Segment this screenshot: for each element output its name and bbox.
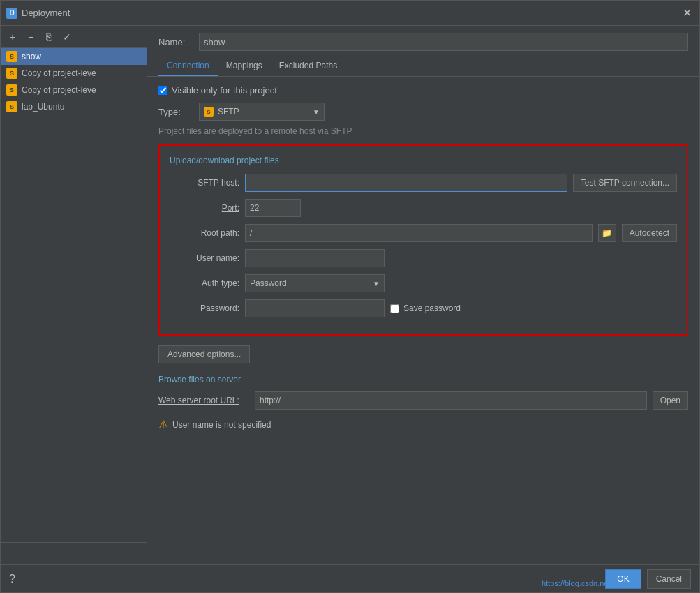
visible-label: Visible only for this project	[172, 85, 277, 96]
close-button[interactable]: ✕	[680, 6, 694, 20]
upload-section: Upload/download project files SFTP host:…	[158, 144, 688, 336]
name-label: Name:	[158, 37, 193, 47]
username-input[interactable]	[245, 249, 385, 267]
advanced-options-button[interactable]: Advanced options...	[158, 345, 250, 363]
password-row: Password: Save password	[170, 299, 677, 317]
password-label: Password:	[170, 303, 239, 313]
root-path-input[interactable]	[245, 224, 593, 242]
autodetect-button[interactable]: Autodetect	[622, 224, 677, 242]
sftp-icon-copy2: S	[6, 84, 17, 96]
visible-checkbox-row: Visible only for this project	[158, 85, 688, 96]
port-input[interactable]	[245, 199, 301, 217]
window-footer: ? OK Cancel	[1, 564, 699, 592]
username-row: User name:	[170, 249, 677, 267]
warning-text: User name is not specified	[172, 420, 271, 430]
sidebar-toolbar: + − ⎘ ✓	[1, 26, 147, 48]
sidebar-items: S show S Copy of project-leve S Copy of …	[1, 48, 147, 542]
password-input[interactable]	[245, 299, 385, 317]
deployment-window: D Deployment ✕ + − ⎘ ✓ S show S Copy of …	[0, 0, 700, 593]
app-icon: D	[6, 8, 17, 19]
sftp-type-icon: S	[204, 107, 214, 117]
sidebar-item-copy2[interactable]: S Copy of project-leve	[1, 82, 147, 98]
warning-icon: ⚠	[158, 418, 168, 431]
sidebar-item-label-show: show	[22, 52, 41, 61]
sftp-icon-copy1: S	[6, 68, 17, 79]
name-input[interactable]	[199, 33, 688, 51]
remove-button[interactable]: −	[23, 29, 38, 45]
sidebar-item-lab[interactable]: S lab_Ubuntu	[1, 98, 147, 115]
root-path-label: Root path:	[170, 228, 239, 238]
username-label: User name:	[170, 253, 239, 263]
auth-type-label: Auth type:	[170, 278, 239, 288]
sftp-host-row: SFTP host: Test SFTP connection...	[170, 174, 677, 192]
port-row: Port:	[170, 199, 677, 217]
type-select-text: SFTP	[218, 107, 308, 117]
type-select[interactable]: S SFTP ▼	[199, 103, 325, 121]
add-button[interactable]: +	[5, 29, 20, 45]
auth-type-row: Auth type: Password ▼	[170, 274, 677, 292]
tab-excluded-paths[interactable]: Excluded Paths	[271, 57, 345, 76]
warning-row: ⚠ User name is not specified	[158, 418, 688, 431]
auth-type-arrow-icon: ▼	[373, 280, 380, 287]
browse-section-title: Browse files on server	[158, 375, 688, 384]
sftp-icon-show: S	[6, 51, 17, 62]
cancel-button[interactable]: Cancel	[647, 569, 691, 589]
auth-type-select[interactable]: Password ▼	[245, 274, 385, 292]
save-password-row: Save password	[390, 303, 461, 313]
sidebar-item-label-copy2: Copy of project-leve	[22, 85, 96, 95]
tab-connection[interactable]: Connection	[158, 57, 218, 76]
sftp-host-input[interactable]	[245, 174, 567, 192]
upload-section-title: Upload/download project files	[170, 156, 677, 165]
webroot-label: Web server root URL:	[158, 396, 249, 405]
sidebar-item-label-lab: lab_Ubuntu	[22, 102, 64, 112]
browse-folder-button[interactable]: 📁	[598, 224, 616, 242]
auth-type-select-text: Password	[250, 278, 373, 288]
save-password-checkbox[interactable]	[390, 304, 399, 313]
browse-section: Browse files on server Web server root U…	[158, 375, 688, 410]
tab-mappings[interactable]: Mappings	[218, 57, 271, 76]
help-button[interactable]: ?	[9, 573, 15, 585]
window-title: Deployment	[22, 8, 680, 18]
visible-checkbox[interactable]	[158, 86, 167, 95]
test-connection-button[interactable]: Test SFTP connection...	[573, 174, 677, 192]
tabs: Connection Mappings Excluded Paths	[147, 57, 699, 77]
panel-body: Visible only for this project Type: S SF…	[147, 77, 699, 564]
webroot-row: Web server root URL: Open	[158, 391, 688, 410]
sftp-icon-lab: S	[6, 101, 17, 112]
port-label: Port:	[170, 203, 239, 213]
webroot-input[interactable]	[255, 391, 647, 410]
sidebar-footer	[1, 542, 147, 564]
sidebar-item-label-copy1: Copy of project-leve	[22, 68, 96, 78]
open-button[interactable]: Open	[653, 391, 688, 410]
copy-button[interactable]: ⎘	[41, 29, 57, 45]
sftp-host-label: SFTP host:	[170, 178, 239, 188]
sidebar-item-show[interactable]: S show	[1, 48, 147, 65]
check-button[interactable]: ✓	[59, 29, 75, 45]
type-row: Type: S SFTP ▼	[158, 103, 688, 121]
main-content: + − ⎘ ✓ S show S Copy of project-leve S …	[1, 26, 699, 564]
sidebar: + − ⎘ ✓ S show S Copy of project-leve S …	[1, 26, 147, 564]
watermark: https://blog.csdn.net/Krone_	[542, 579, 637, 587]
sidebar-item-copy1[interactable]: S Copy of project-leve	[1, 65, 147, 82]
description-text: Project files are deployed to a remote h…	[158, 126, 688, 136]
type-select-arrow-icon: ▼	[313, 108, 320, 116]
root-path-row: Root path: 📁 Autodetect	[170, 224, 677, 242]
titlebar: D Deployment ✕	[1, 1, 699, 26]
name-row: Name:	[147, 26, 699, 57]
save-password-label: Save password	[403, 303, 461, 313]
type-label: Type:	[158, 107, 193, 117]
right-panel: Name: Connection Mappings Excluded Paths…	[147, 26, 699, 564]
